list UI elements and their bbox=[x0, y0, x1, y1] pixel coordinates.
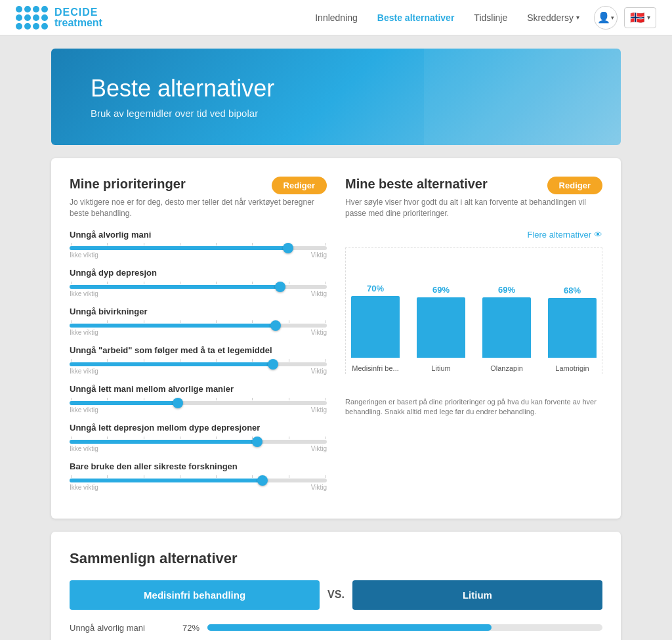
hero-title: Beste alternativer bbox=[91, 75, 581, 102]
compare-left-button[interactable]: Medisinfri behandling bbox=[70, 580, 320, 610]
slider-avoid-lett-mani: Unngå lett mani mellom alvorlige manier bbox=[70, 384, 327, 414]
compare-row-mani: Unngå alvorlig mani 72% bbox=[70, 623, 602, 633]
flag-icon: 🇳🇴 bbox=[630, 11, 644, 25]
slider-avoid-bivirkninger-track[interactable] bbox=[70, 320, 327, 328]
chart-disclaimer: Rangeringen er basert på dine prioriteri… bbox=[345, 397, 602, 417]
slider-avoid-mani: Unngå alvorlig mani Ikke vik bbox=[70, 230, 327, 259]
bar-lamotrigin-label: Lamotrigin bbox=[542, 364, 602, 372]
bar-litium-rect bbox=[417, 297, 465, 358]
main-content: Beste alternativer Bruk av legemidler ov… bbox=[41, 49, 631, 640]
logo-dot bbox=[41, 14, 48, 21]
more-alternatives-link[interactable]: Flere alternativer 👁 bbox=[345, 230, 602, 240]
logo-dot bbox=[33, 14, 39, 21]
slider-important-5: Viktig bbox=[311, 406, 327, 414]
slider-avoid-depresjon: Unngå dyp depresjon Ikke vik bbox=[70, 268, 327, 297]
slider-important-3: Viktig bbox=[311, 329, 327, 336]
logo-dot bbox=[41, 6, 48, 12]
vs-text: VS. bbox=[327, 589, 345, 601]
slider-avoid-lett-depresjon-label: Unngå lett depresjon mellom dype depresj… bbox=[70, 423, 327, 434]
logo-dot bbox=[24, 6, 31, 12]
nav-innledning[interactable]: Innledning bbox=[307, 9, 366, 27]
bar-olanzapin: 69% Olanzapin bbox=[476, 247, 537, 373]
bar-medisinfri: 70% Medisinfri be... bbox=[345, 247, 406, 373]
navbar: DECIDE treatment Innledning Beste altern… bbox=[0, 0, 672, 35]
user-menu-button[interactable]: 👤 ▾ bbox=[594, 6, 618, 30]
slider-avoid-lett-mani-label: Unngå lett mani mellom alvorlige manier bbox=[70, 384, 327, 395]
user-icon: 👤 bbox=[597, 11, 610, 24]
logo-dot bbox=[16, 14, 22, 21]
slider-important-2: Viktig bbox=[311, 290, 327, 297]
slider-sikker-forskning: Bare bruke den aller sikreste forskninge… bbox=[70, 461, 327, 491]
compare-mani-pct: 72% bbox=[176, 623, 200, 633]
logo-dot bbox=[16, 23, 22, 30]
nav-tidslinje[interactable]: Tidslinje bbox=[466, 9, 515, 27]
slider-sikker-forskning-label: Bare bruke den aller sikreste forskninge… bbox=[70, 461, 327, 473]
slider-avoid-mani-track[interactable] bbox=[70, 243, 327, 250]
slider-important-4: Viktig bbox=[311, 368, 327, 375]
hero-subtitle: Bruk av legemidler over tid ved bipolar bbox=[91, 108, 581, 119]
slider-not-important-5: Ikke viktig bbox=[70, 406, 98, 414]
user-chevron-icon: ▾ bbox=[611, 14, 614, 21]
slider-avoid-bivirkninger: Unngå bivirkninger Ikke vikt bbox=[70, 307, 327, 336]
brand-decide: DECIDE bbox=[54, 7, 102, 18]
slider-avoid-lett-depresjon-track[interactable] bbox=[70, 437, 327, 444]
brand: DECIDE treatment bbox=[16, 6, 102, 30]
bar-olanzapin-label: Olanzapin bbox=[476, 364, 537, 372]
logo-dot bbox=[24, 14, 31, 21]
bar-olanzapin-pct: 69% bbox=[498, 285, 515, 295]
slider-not-important-2: Ikke viktig bbox=[70, 290, 98, 297]
priorities-edit-button[interactable]: Rediger bbox=[272, 177, 327, 194]
priorities-section: Rediger Mine prioriteringer Jo viktigere… bbox=[70, 177, 327, 500]
slider-important-7: Viktig bbox=[311, 484, 327, 491]
slider-avoid-lett-mani-track[interactable] bbox=[70, 398, 327, 405]
nav-links: Innledning Beste alternativer Tidslinje … bbox=[307, 6, 656, 30]
priorities-header: Rediger Mine prioriteringer bbox=[70, 177, 327, 194]
slider-not-important: Ikke viktig bbox=[70, 251, 98, 259]
brand-treatment: treatment bbox=[54, 18, 102, 28]
slider-sikker-forskning-track[interactable] bbox=[70, 475, 327, 482]
bar-lamotrigin-rect bbox=[548, 298, 597, 357]
two-col-layout: Rediger Mine prioriteringer Jo viktigere… bbox=[70, 177, 602, 500]
compare-right-button[interactable]: Litium bbox=[352, 580, 602, 610]
compare-mani-label: Unngå alvorlig mani bbox=[70, 623, 168, 633]
best-alternatives-section: Rediger Mine beste alternativer Hver søy… bbox=[345, 177, 602, 500]
bar-medisinfri-pct: 70% bbox=[367, 284, 384, 293]
compare-title: Sammenlign alternativer bbox=[70, 550, 602, 567]
slider-avoid-depresjon-track[interactable] bbox=[70, 282, 327, 289]
language-selector[interactable]: 🇳🇴 bbox=[624, 7, 656, 28]
best-alternatives-header: Rediger Mine beste alternativer bbox=[345, 177, 602, 194]
bar-lamotrigin: 68% Lamotrigin bbox=[542, 247, 602, 373]
slider-avoid-lett-depresjon: Unngå lett depresjon mellom dype depresj… bbox=[70, 423, 327, 452]
nav-skreddersy-dropdown[interactable]: Skreddersy bbox=[519, 9, 587, 27]
more-alternatives-label: Flere alternativer bbox=[527, 230, 591, 240]
slider-not-important-7: Ikke viktig bbox=[70, 484, 98, 491]
logo-dots bbox=[16, 6, 48, 30]
slider-not-important-4: Ikke viktig bbox=[70, 368, 98, 375]
compare-mani-bar bbox=[207, 624, 602, 631]
logo-dot bbox=[16, 6, 22, 12]
logo-dot bbox=[24, 23, 31, 30]
bar-litium: 69% Litium bbox=[411, 247, 471, 373]
best-alternatives-desc: Hver søyle viser hvor godt du alt i alt … bbox=[345, 197, 602, 219]
brand-text: DECIDE treatment bbox=[54, 7, 102, 28]
compare-mani-bar-fill bbox=[207, 624, 492, 631]
nav-beste-alternativer[interactable]: Beste alternativer bbox=[369, 9, 463, 27]
slider-important: Viktig bbox=[311, 251, 327, 259]
slider-avoid-depresjon-label: Unngå dyp depresjon bbox=[70, 268, 327, 279]
bar-olanzapin-rect bbox=[482, 297, 531, 358]
slider-avoid-arbeid-track[interactable] bbox=[70, 359, 327, 366]
slider-avoid-bivirkninger-label: Unngå bivirkninger bbox=[70, 307, 327, 318]
best-alternatives-edit-button[interactable]: Rediger bbox=[547, 177, 602, 194]
bar-litium-pct: 69% bbox=[432, 285, 450, 295]
priorities-card: Rediger Mine prioriteringer Jo viktigere… bbox=[51, 158, 621, 519]
logo-dot bbox=[33, 6, 39, 12]
logo-dot bbox=[41, 23, 48, 30]
slider-not-important-6: Ikke viktig bbox=[70, 445, 98, 452]
priorities-desc: Jo viktigere noe er for deg, desto mer t… bbox=[70, 197, 327, 219]
slider-important-6: Viktig bbox=[311, 445, 327, 452]
logo-dot bbox=[33, 23, 39, 30]
compare-card: Sammenlign alternativer Medisinfri behan… bbox=[51, 532, 621, 640]
bar-chart: 70% Medisinfri be... 69% Litium 69% bbox=[345, 247, 602, 392]
slider-not-important-3: Ikke viktig bbox=[70, 329, 98, 336]
bar-lamotrigin-pct: 68% bbox=[564, 286, 581, 295]
